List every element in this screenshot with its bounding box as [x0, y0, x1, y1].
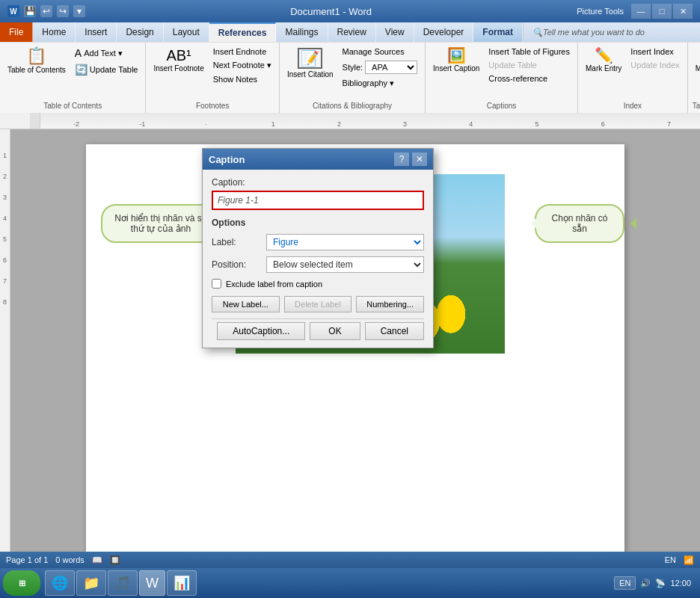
- ie-taskbar-button[interactable]: 🌐: [45, 570, 75, 596]
- taskbar: ⊞ 🌐 📁 🎵 W 📊 EN 🔊 📡 12:00: [0, 568, 700, 598]
- show-notes-button[interactable]: Show Notes: [210, 73, 274, 85]
- tab-references[interactable]: References: [209, 22, 277, 42]
- options-section-title: Options: [212, 218, 424, 228]
- tab-developer[interactable]: Developer: [414, 22, 474, 42]
- insert-index-button[interactable]: Insert Index: [627, 46, 682, 58]
- toc-content: 📋 Table of Contents A Add Text ▾ 🔄 Updat…: [4, 46, 141, 100]
- track-changes-icon: 🔲: [110, 555, 120, 565]
- save-icon[interactable]: 💾: [24, 5, 36, 17]
- label-dropdown[interactable]: Figure Table Equation: [266, 234, 424, 250]
- footnotes-group-title: Footnotes: [150, 100, 274, 110]
- new-label-button[interactable]: New Label...: [212, 296, 280, 312]
- tab-view[interactable]: View: [376, 22, 414, 42]
- style-dropdown[interactable]: APA MLA Chicago: [365, 61, 417, 74]
- maximize-button[interactable]: □: [652, 4, 672, 19]
- toc-icon: 📋: [26, 48, 46, 64]
- vertical-ruler: 12345678: [0, 129, 10, 552]
- title-text: Document1 - Word: [85, 6, 577, 17]
- insert-citation-button[interactable]: 📝 Insert Citation: [284, 46, 337, 81]
- manage-sources-button[interactable]: Manage Sources: [340, 46, 421, 58]
- update-table-toc-button[interactable]: 🔄 Update Table: [72, 62, 141, 77]
- mark-citation-button[interactable]: 📌 Mark Citation: [693, 46, 700, 75]
- ok-button[interactable]: OK: [310, 322, 360, 340]
- title-bar: W 💾 ↩ ↪ ▾ Document1 - Word Picture Tools…: [0, 0, 700, 22]
- footnotes-content: AB¹ Insert Footnote Insert Endnote Next …: [150, 46, 274, 100]
- horizontal-ruler: -2 -1 · 1 2 3 4 5 6 7: [40, 113, 700, 129]
- page-count: Page 1 of 1: [6, 555, 48, 564]
- status-bar: Page 1 of 1 0 words 📖 🔲 EN 📶: [0, 552, 700, 568]
- explorer-taskbar-button[interactable]: 📁: [76, 570, 106, 596]
- cross-reference-button[interactable]: Cross-reference: [485, 73, 573, 84]
- tab-design[interactable]: Design: [117, 22, 163, 42]
- style-selector[interactable]: Style: APA MLA Chicago: [340, 59, 421, 75]
- dialog-controls: ? ✕: [394, 152, 427, 166]
- bibliography-button[interactable]: Bibliography ▾: [340, 77, 421, 90]
- dialog-body: Caption: Options Label: Figure Table Equ…: [203, 170, 433, 348]
- volume-icon: 🔊: [640, 579, 651, 588]
- word-count: 0 words: [55, 555, 85, 564]
- minimize-button[interactable]: —: [631, 4, 651, 19]
- redo-icon[interactable]: ↪: [57, 5, 69, 17]
- autocaption-button[interactable]: AutoCaption...: [217, 322, 305, 340]
- tab-format[interactable]: Format: [473, 22, 523, 42]
- ribbon-group-citations: 📝 Insert Citation Manage Sources Style: …: [280, 43, 426, 113]
- media-taskbar-button[interactable]: 🎵: [108, 570, 138, 596]
- signal-icon: 📶: [684, 555, 694, 565]
- citations-content: 📝 Insert Citation Manage Sources Style: …: [284, 46, 420, 100]
- language-button[interactable]: EN: [614, 576, 636, 590]
- caption-dialog: Caption ? ✕ Caption: Options Label: Figu…: [202, 148, 434, 348]
- tab-review[interactable]: Review: [328, 22, 376, 42]
- exclude-label-checkbox[interactable]: [212, 279, 221, 289]
- tab-file[interactable]: File: [0, 22, 33, 42]
- excel-taskbar-button[interactable]: 📊: [167, 570, 197, 596]
- index-content: ✏️ Mark Entry Insert Index Update Index: [583, 46, 683, 100]
- insert-footnote-button[interactable]: AB¹ Insert Footnote: [150, 46, 206, 75]
- update-table-captions-button[interactable]: Update Table: [485, 59, 573, 71]
- caption-icon: 🖼️: [447, 48, 466, 63]
- toc-small-group: A Add Text ▾ 🔄 Update Table: [72, 46, 141, 77]
- insert-endnote-button[interactable]: Insert Endnote: [210, 46, 274, 58]
- picture-tools-label: Picture Tools: [577, 7, 624, 16]
- tab-home[interactable]: Home: [33, 22, 76, 42]
- caption-input[interactable]: [212, 191, 424, 210]
- citations-group-title: Citations & Bibliography: [284, 100, 420, 110]
- numbering-button[interactable]: Numbering...: [356, 296, 424, 312]
- mark-citation-content: 📌 Mark Citation: [693, 46, 700, 100]
- tab-insert[interactable]: Insert: [76, 22, 117, 42]
- taskbar-right: EN 🔊 📡 12:00: [608, 576, 697, 590]
- dialog-title: Caption: [209, 154, 245, 165]
- dialog-help-button[interactable]: ?: [394, 152, 409, 166]
- insert-table-figures-button[interactable]: Insert Table of Figures: [485, 46, 573, 58]
- dialog-close-button[interactable]: ✕: [412, 152, 427, 166]
- add-text-button[interactable]: A Add Text ▾: [72, 46, 141, 61]
- delete-label-button[interactable]: Delete Label: [284, 296, 352, 312]
- tell-me-box[interactable]: 🔍 Tell me what you want to do: [523, 22, 654, 42]
- toc-group-title: Table of Contents: [4, 100, 141, 110]
- update-index-button[interactable]: Update Index: [627, 59, 682, 71]
- mark-entry-icon: ✏️: [595, 48, 613, 63]
- start-button[interactable]: ⊞: [3, 570, 40, 596]
- document-page: Nơi hiển thị nhãn và số thứ tự của ảnh C…: [86, 144, 624, 552]
- table-of-contents-button[interactable]: 📋 Table of Contents: [4, 46, 69, 76]
- tab-mailings[interactable]: Mailings: [276, 22, 328, 42]
- close-button[interactable]: ✕: [673, 4, 693, 19]
- exclude-label-row: Exclude label from caption: [212, 279, 424, 289]
- word-icon[interactable]: W: [7, 5, 19, 17]
- mark-entry-button[interactable]: ✏️ Mark Entry: [583, 46, 624, 75]
- undo-icon[interactable]: ↩: [40, 5, 52, 17]
- exclude-label-text: Exclude label from caption: [226, 280, 322, 289]
- dialog-titlebar: Caption ? ✕: [203, 149, 433, 170]
- cancel-button[interactable]: Cancel: [365, 322, 424, 340]
- ruler: -2 -1 · 1 2 3 4 5 6 7: [0, 113, 700, 129]
- insert-caption-button[interactable]: 🖼️ Insert Caption: [430, 46, 482, 75]
- title-bar-left: W 💾 ↩ ↪ ▾: [7, 5, 85, 17]
- position-dropdown[interactable]: Below selected item Above selected item: [266, 256, 424, 273]
- customize-icon[interactable]: ▾: [73, 5, 85, 17]
- network-icon: 📡: [655, 579, 666, 588]
- tab-layout[interactable]: Layout: [164, 22, 209, 42]
- footnotes-small-group: Insert Endnote Next Footnote ▾ Show Note…: [210, 46, 274, 85]
- next-footnote-button[interactable]: Next Footnote ▾: [210, 59, 274, 72]
- word-taskbar-button[interactable]: W: [139, 570, 165, 596]
- ribbon-tabs: File Home Insert Design Layout Reference…: [0, 22, 700, 42]
- ribbon-group-captions: 🖼️ Insert Caption Insert Table of Figure…: [426, 43, 578, 113]
